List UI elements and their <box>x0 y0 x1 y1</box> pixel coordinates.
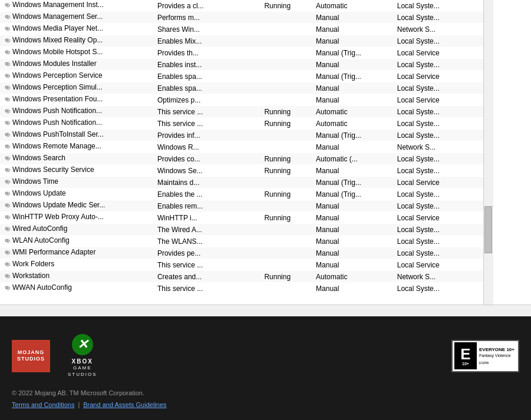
table-row[interactable]: Work Folders This service ...ManualLocal… <box>0 259 483 271</box>
service-logon: Local Syste... <box>395 283 483 295</box>
esrb-badge: E 10+ EVERYONE 10+ Fantasy Violence ESRB <box>451 340 519 372</box>
service-name: WLAN AutoConfig <box>12 236 70 244</box>
service-logon: Local Syste... <box>395 35 483 47</box>
service-name: Windows Security Service <box>12 166 94 174</box>
service-status <box>262 82 314 94</box>
vertical-scrollbar[interactable] <box>483 0 493 305</box>
table-row[interactable]: Windows PushToInstall Ser... Provides in… <box>0 130 483 141</box>
service-logon: Network S... <box>395 271 483 283</box>
table-row[interactable]: Windows Presentation Fou... Optimizes p.… <box>0 94 483 106</box>
service-desc: This service ... <box>155 283 262 295</box>
gear-icon <box>2 59 11 68</box>
table-row[interactable]: WMI Performance Adapter Provides pe...Ma… <box>0 247 483 259</box>
service-desc: This service ... <box>155 259 262 271</box>
table-row[interactable]: Wired AutoConfig The Wired A...ManualLoc… <box>0 224 483 236</box>
service-status <box>262 283 314 295</box>
service-desc: Provides co... <box>155 153 262 165</box>
table-row[interactable]: Windows Management Inst... Provides a cl… <box>0 0 483 12</box>
service-logon: Local Service <box>395 177 483 188</box>
service-name: Windows Mixed Reality Op... <box>12 36 103 44</box>
gear-icon <box>2 142 11 150</box>
table-row[interactable]: Windows Perception Simul... Enables spa.… <box>0 82 483 94</box>
service-status <box>262 35 314 47</box>
service-startup: Manual <box>314 283 395 295</box>
service-logon: Local Syste... <box>395 12 483 24</box>
service-status: Running <box>262 106 314 118</box>
service-logon: Local Syste... <box>395 224 483 236</box>
scrollbar-thumb[interactable] <box>484 206 492 253</box>
service-desc: Provides th... <box>155 47 262 59</box>
service-status <box>262 177 314 188</box>
service-status <box>262 94 314 106</box>
service-status <box>262 130 314 141</box>
service-startup: Manual <box>314 236 395 247</box>
service-status: Running <box>262 0 314 12</box>
table-row[interactable]: Windows Update Enables the ...RunningMan… <box>0 188 483 200</box>
service-startup: Automatic <box>314 271 395 283</box>
table-row[interactable]: Workstation Creates and...RunningAutomat… <box>0 271 483 283</box>
service-desc: Windows R... <box>155 141 262 153</box>
gear-icon <box>2 107 11 115</box>
service-desc: WinHTTP i... <box>155 212 262 224</box>
table-row[interactable]: Windows Management Ser... Performs m...M… <box>0 12 483 24</box>
mojang-logo: MOJANG STUDIOS <box>12 340 50 372</box>
table-row[interactable]: Windows Modules Installer Enables inst..… <box>0 59 483 71</box>
service-name: Windows Update <box>12 189 66 197</box>
table-row[interactable]: Windows Push Notification... This servic… <box>0 106 483 118</box>
xbox-logo: ✕ XBOX GAME STUDIOS <box>68 334 97 378</box>
table-row[interactable]: Windows Search Provides co...RunningAuto… <box>0 153 483 165</box>
service-logon: Network S... <box>395 24 483 35</box>
table-row[interactable]: WinHTTP Web Proxy Auto-... WinHTTP i...R… <box>0 212 483 224</box>
service-startup: Automatic <box>314 118 395 130</box>
table-row[interactable]: Windows Media Player Net... Shares Win..… <box>0 24 483 35</box>
service-desc: Creates and... <box>155 271 262 283</box>
gear-icon <box>2 236 11 244</box>
gear-icon <box>2 189 11 197</box>
table-row[interactable]: Windows Perception Service Enables spa..… <box>0 71 483 82</box>
service-name: Windows Push Notification... <box>12 118 102 127</box>
gear-icon <box>2 12 11 21</box>
link-separator: | <box>78 401 80 408</box>
service-startup: Manual <box>314 259 395 271</box>
table-row[interactable]: Windows Update Medic Ser... Enables rem.… <box>0 200 483 212</box>
service-status <box>262 24 314 35</box>
table-row[interactable]: Windows Mobile Hotspot S... Provides th.… <box>0 47 483 59</box>
service-logon: Local Syste... <box>395 0 483 12</box>
table-row[interactable]: WLAN AutoConfig The WLANS...ManualLocal … <box>0 236 483 247</box>
service-name: Work Folders <box>12 260 54 268</box>
gear-icon <box>2 24 11 32</box>
service-logon: Local Syste... <box>395 82 483 94</box>
service-name: Workstation <box>12 272 50 280</box>
terms-link[interactable]: Terms and Conditions <box>12 401 74 408</box>
gear-icon <box>2 130 11 138</box>
service-name: Windows Media Player Net... <box>12 24 103 32</box>
table-row[interactable]: Windows Remote Manage... Windows R...Man… <box>0 141 483 153</box>
table-row[interactable]: Windows Security Service Windows Se...Ru… <box>0 165 483 177</box>
service-logon: Local Syste... <box>395 106 483 118</box>
table-row[interactable]: Windows Push Notification... This servic… <box>0 118 483 130</box>
service-desc: Enables inst... <box>155 59 262 71</box>
gear-icon <box>2 283 11 292</box>
service-logon: Local Service <box>395 71 483 82</box>
gear-icon <box>2 166 11 174</box>
service-desc: Enables the ... <box>155 188 262 200</box>
services-table: Windows Management Inst... Provides a cl… <box>0 0 483 295</box>
table-row[interactable]: Windows Mixed Reality Op... Enables Mix.… <box>0 35 483 47</box>
service-startup: Manual (Trig... <box>314 47 395 59</box>
service-status <box>262 200 314 212</box>
service-status: Running <box>262 165 314 177</box>
service-startup: Automatic (... <box>314 153 395 165</box>
service-status: Running <box>262 271 314 283</box>
gear-icon <box>2 260 11 268</box>
service-name: Windows Remote Manage... <box>12 142 101 150</box>
brand-link[interactable]: Brand and Assets Guidelines <box>83 401 166 408</box>
service-startup: Manual <box>314 141 395 153</box>
service-desc: Provides inf... <box>155 130 262 141</box>
table-row[interactable]: Windows Time Maintains d...Manual (Trig.… <box>0 177 483 188</box>
service-name: Windows Presentation Fou... <box>12 95 103 103</box>
table-row[interactable]: WWAN AutoConfig This service ...ManualLo… <box>0 283 483 295</box>
service-name: Windows Management Ser... <box>12 12 103 21</box>
xbox-circle-icon: ✕ <box>72 334 93 355</box>
service-name: Wired AutoConfig <box>12 224 67 233</box>
service-logon: Local Service <box>395 94 483 106</box>
